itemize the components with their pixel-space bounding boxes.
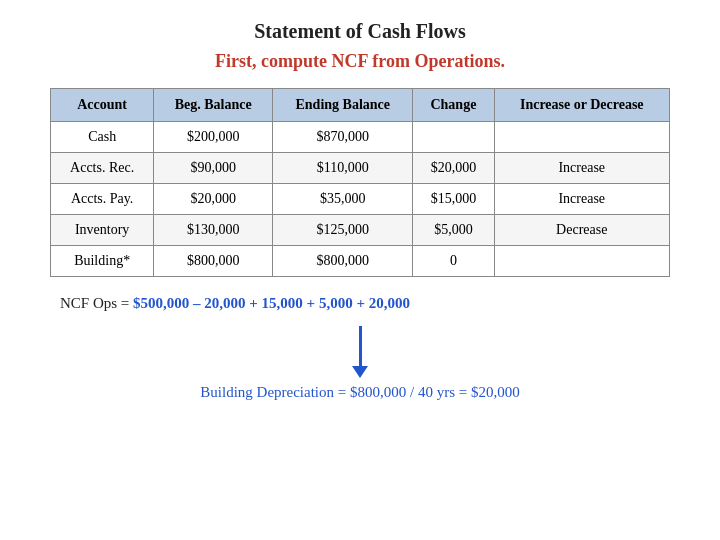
table-row: Accts. Rec.$90,000$110,000$20,000Increas… [51, 153, 670, 184]
main-title: Statement of Cash Flows [254, 20, 466, 43]
cash-flows-table: AccountBeg. BalanceEnding BalanceChangeI… [50, 88, 670, 277]
table-cell-0-3 [413, 122, 494, 153]
table-cell-4-3: 0 [413, 246, 494, 277]
table-row: Inventory$130,000$125,000$5,000Decrease [51, 215, 670, 246]
table-cell-2-2: $35,000 [273, 184, 413, 215]
table-header-0: Account [51, 89, 154, 122]
table-cell-1-2: $110,000 [273, 153, 413, 184]
table-cell-2-4: Increase [494, 184, 670, 215]
table-header-2: Ending Balance [273, 89, 413, 122]
table-cell-2-3: $15,000 [413, 184, 494, 215]
table-cell-4-2: $800,000 [273, 246, 413, 277]
table-row: Building*$800,000$800,0000 [51, 246, 670, 277]
table-cell-4-0: Building* [51, 246, 154, 277]
building-dep: Building Depreciation = $800,000 / 40 yr… [200, 384, 519, 401]
table-cell-0-4 [494, 122, 670, 153]
table-cell-1-0: Accts. Rec. [51, 153, 154, 184]
table-cell-3-4: Decrease [494, 215, 670, 246]
table-cell-2-1: $20,000 [154, 184, 273, 215]
table-cell-4-1: $800,000 [154, 246, 273, 277]
table-header-1: Beg. Balance [154, 89, 273, 122]
table-row: Cash$200,000$870,000 [51, 122, 670, 153]
arrow-line [359, 326, 362, 366]
table-header-4: Increase or Decrease [494, 89, 670, 122]
table-row: Accts. Pay.$20,000$35,000$15,000Increase [51, 184, 670, 215]
table-cell-3-1: $130,000 [154, 215, 273, 246]
ncf-ops-label: NCF Ops = [60, 295, 133, 311]
table-cell-2-0: Accts. Pay. [51, 184, 154, 215]
table-cell-0-2: $870,000 [273, 122, 413, 153]
arrow-head [352, 366, 368, 378]
table-cell-0-1: $200,000 [154, 122, 273, 153]
table-cell-3-3: $5,000 [413, 215, 494, 246]
arrow [352, 326, 368, 378]
ncf-ops-formula: $500,000 – 20,000 + 15,000 + 5,000 + 20,… [133, 295, 410, 311]
table-cell-1-3: $20,000 [413, 153, 494, 184]
table-header-3: Change [413, 89, 494, 122]
table-cell-0-0: Cash [51, 122, 154, 153]
table-cell-1-4: Increase [494, 153, 670, 184]
table-cell-3-2: $125,000 [273, 215, 413, 246]
table-cell-1-1: $90,000 [154, 153, 273, 184]
table-cell-3-0: Inventory [51, 215, 154, 246]
sub-title: First, compute NCF from Operations. [215, 51, 505, 72]
table-cell-4-4 [494, 246, 670, 277]
ncf-ops-line: NCF Ops = $500,000 – 20,000 + 15,000 + 5… [60, 295, 410, 312]
